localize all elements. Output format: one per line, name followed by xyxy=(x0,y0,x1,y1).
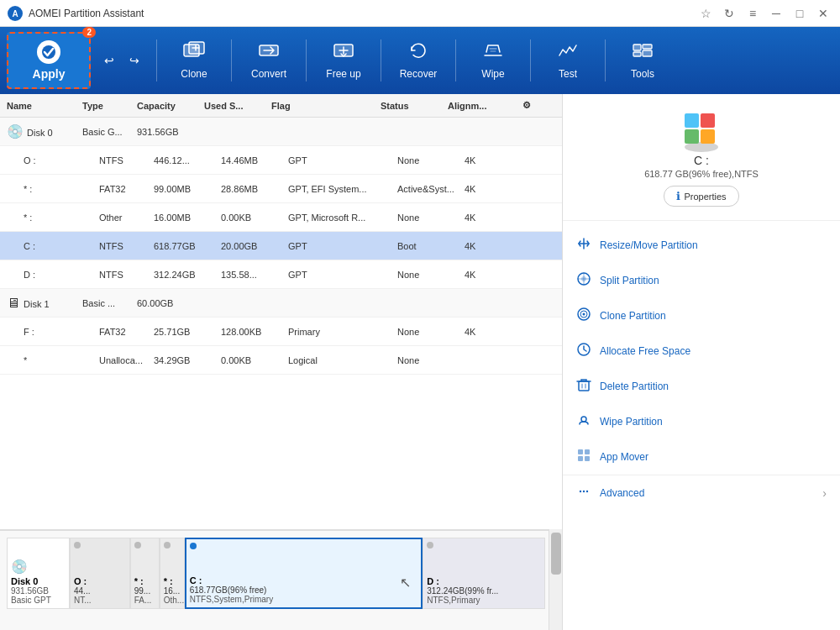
menu-button[interactable]: ≡ xyxy=(743,3,763,24)
partition-flag: Primary xyxy=(288,327,397,337)
apply-badge: 2 xyxy=(82,27,96,38)
wipe-partition-action[interactable]: Wipe Partition xyxy=(563,404,840,439)
part-visual-size: 99... xyxy=(134,586,155,596)
maximize-button[interactable]: □ xyxy=(790,3,810,24)
clone-partition-action[interactable]: Clone Partition xyxy=(563,298,840,333)
settings-icon[interactable]: ⚙ xyxy=(515,100,538,111)
convert-label: Convert xyxy=(251,68,286,80)
disk-icon: 💿 xyxy=(7,124,24,139)
partition-visual-o[interactable]: O : 44... NT... xyxy=(70,538,130,609)
table-row[interactable]: 🖥Disk 1 Basic ... 60.00GB xyxy=(0,289,562,318)
table-row[interactable]: C : NTFS 618.77GB 20.00GB GPT Boot 4K xyxy=(0,232,562,260)
partition-align: 4K xyxy=(465,241,532,251)
undo-button[interactable]: ↩ xyxy=(97,49,121,72)
partition-visual-msr[interactable]: * : 16... Oth... xyxy=(160,538,185,609)
allocate-space-action[interactable]: Allocate Free Space xyxy=(563,333,840,369)
star-button[interactable]: ☆ xyxy=(696,3,716,24)
part-visual-fs: NT... xyxy=(74,596,126,605)
tools-button[interactable]: Tools xyxy=(612,32,673,89)
part-visual-fs: Oth... xyxy=(164,596,181,605)
partition-visual-d[interactable]: D : 312.24GB(99% fr... NTFS,Primary xyxy=(423,538,545,609)
recover-button[interactable]: Recover xyxy=(388,32,449,89)
disk-name: 🖥Disk 1 xyxy=(7,296,82,311)
disk-info-section: C : 618.77 GB(96% free),NTFS ℹ Propertie… xyxy=(563,94,840,221)
svg-point-28 xyxy=(583,491,585,492)
disk0-info: 💿 Disk 0 931.56GB Basic GPT xyxy=(7,538,70,609)
right-panel: C : 618.77 GB(96% free),NTFS ℹ Propertie… xyxy=(563,94,840,630)
part-visual-size: 44... xyxy=(74,586,126,596)
partition-used: 20.00GB xyxy=(221,241,288,251)
disk-name: 💿Disk 0 xyxy=(7,123,82,139)
part-visual-fs: NTFS,System,Primary xyxy=(190,595,418,604)
vertical-scrollbar[interactable] xyxy=(549,529,562,630)
advanced-left: Advanced xyxy=(576,484,644,502)
svg-point-27 xyxy=(580,491,581,492)
disk0-icon: 💿 xyxy=(11,559,66,575)
table-row[interactable]: O : NTFS 446.12... 14.46MB GPT None 4K xyxy=(0,146,562,175)
part-visual-fs: FA... xyxy=(134,596,155,605)
part-visual-name: D : xyxy=(427,576,541,586)
table-row[interactable]: D : NTFS 312.24GB 135.58... GPT None 4K xyxy=(0,260,562,289)
window-controls: ☆ ↻ ≡ ─ □ ✕ xyxy=(696,3,833,24)
svg-rect-7 xyxy=(633,45,641,50)
partition-status: None xyxy=(397,213,465,223)
table-row[interactable]: 💿Disk 0 Basic G... 931.56GB xyxy=(0,118,562,146)
info-icon: ℹ xyxy=(676,190,680,202)
properties-button[interactable]: ℹ Properties xyxy=(664,186,738,207)
split-icon xyxy=(576,271,591,290)
partition-type: NTFS xyxy=(99,155,154,165)
svg-rect-14 xyxy=(685,129,699,144)
app-mover-label: App Mover xyxy=(600,451,648,463)
svg-rect-8 xyxy=(633,52,641,56)
toolbar-separator-3 xyxy=(306,39,307,81)
svg-point-20 xyxy=(583,313,585,316)
apply-button[interactable]: 2 Apply xyxy=(7,32,91,89)
delete-partition-action[interactable]: Delete Partition xyxy=(563,369,840,404)
partition-visual-c[interactable]: C : 618.77GB(96% free) NTFS,System,Prima… xyxy=(185,538,423,609)
partition-status: None xyxy=(397,270,465,280)
resize-move-label: Resize/Move Partition xyxy=(600,239,698,251)
wipe-label: Wipe xyxy=(481,68,504,80)
wipe-part-icon xyxy=(576,412,591,431)
table-row[interactable]: * Unalloca... 34.29GB 0.00KB Logical Non… xyxy=(0,346,562,375)
allocate-space-label: Allocate Free Space xyxy=(600,345,690,357)
close-button[interactable]: ✕ xyxy=(813,3,833,24)
svg-rect-13 xyxy=(701,113,715,128)
part-visual-name: * : xyxy=(164,576,181,586)
partition-status: None xyxy=(397,155,465,165)
resize-move-action[interactable]: Resize/Move Partition xyxy=(563,228,840,263)
table-row[interactable]: F : FAT32 25.71GB 128.00KB Primary None … xyxy=(0,318,562,346)
partition-type: Unalloca... xyxy=(99,355,154,365)
minimize-button[interactable]: ─ xyxy=(766,3,786,24)
part-visual-name: * : xyxy=(134,576,155,586)
advanced-action[interactable]: Advanced › xyxy=(563,475,840,511)
svg-rect-23 xyxy=(578,449,583,454)
col-header-flag: Flag xyxy=(271,101,381,111)
test-button[interactable]: Test xyxy=(538,32,598,89)
partition-align: 4K xyxy=(465,270,532,280)
wipe-button[interactable]: Wipe xyxy=(463,32,523,89)
scrollbar-thumb[interactable] xyxy=(551,533,561,575)
partition-capacity: 618.77GB xyxy=(154,241,221,251)
convert-button[interactable]: Convert xyxy=(239,32,299,89)
resize-icon xyxy=(576,236,591,255)
part-visual-name: C : xyxy=(190,575,418,585)
disk-icon: 🖥 xyxy=(7,296,20,310)
free-up-button[interactable]: Free up xyxy=(313,32,374,89)
partition-capacity: 312.24GB xyxy=(154,270,221,280)
test-label: Test xyxy=(559,68,577,80)
selected-disk-detail: 618.77 GB(96% free),NTFS xyxy=(644,169,759,179)
table-row[interactable]: * : FAT32 99.00MB 28.86MB GPT, EFI Syste… xyxy=(0,175,562,203)
table-row[interactable]: * : Other 16.00MB 0.00KB GPT, Microsoft … xyxy=(0,203,562,232)
action-list: Resize/Move Partition Split Partition xyxy=(563,221,840,630)
split-partition-action[interactable]: Split Partition xyxy=(563,263,840,298)
partition-visual-efi[interactable]: * : 99... FA... xyxy=(130,538,160,609)
recover-icon xyxy=(407,41,430,65)
clone-button[interactable]: Clone xyxy=(164,32,224,89)
svg-point-17 xyxy=(581,276,586,281)
app-mover-action[interactable]: App Mover xyxy=(563,439,840,475)
partition-status: None xyxy=(397,327,465,337)
redo-button[interactable]: ↪ xyxy=(123,49,146,72)
refresh-button[interactable]: ↻ xyxy=(719,3,739,24)
part-visual-fs: NTFS,Primary xyxy=(427,596,541,605)
